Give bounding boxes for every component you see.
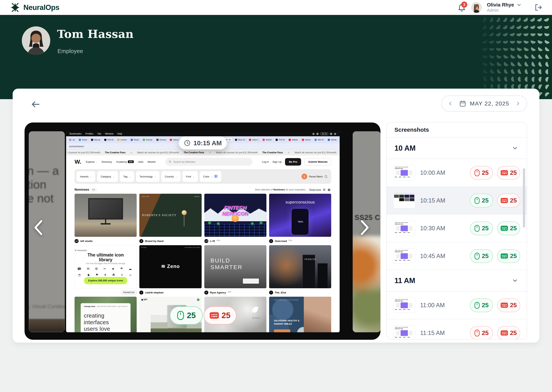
screenshot-time: 11:15 AM: [420, 329, 458, 336]
employee-avatar: [22, 26, 50, 55]
notifications-button[interactable]: 3: [457, 3, 466, 12]
activity-badges: 2525: [470, 326, 520, 340]
current-screenshot: BookmarksProfilesTabWindowHelp 45:00 ral…: [66, 131, 340, 332]
bookmark-item: Adobe: [288, 138, 299, 141]
screenshot-row[interactable]: nage, pay and reconcilebusiness bills50%…: [387, 159, 527, 187]
promo-text: ☺: [209, 151, 211, 154]
leaf-shape: [483, 17, 487, 23]
leaf-shape: [518, 77, 521, 82]
leaf-shape: [544, 91, 549, 97]
bookmark-favicon: [328, 139, 330, 141]
brand-name: NeuralOps: [23, 3, 59, 12]
activity-badges: 2525: [470, 194, 520, 208]
leaf-shape: [482, 62, 488, 67]
leaf-shape: [544, 26, 550, 29]
leaf-shape: [482, 40, 488, 44]
site-nav: W. Explore⌄DirectoryAcademyNewJobsMarket…: [66, 155, 340, 168]
bookmark-label: Best 10: [238, 139, 245, 141]
leaf-shape: [516, 33, 522, 37]
carousel-next-button[interactable]: [360, 220, 369, 235]
leaf-shape: [489, 69, 494, 75]
screenshot-row[interactable]: nage, pay and reconcilebusiness bills50%…: [387, 319, 527, 340]
site-login: Log in: [262, 161, 269, 163]
hour-section-label: 10 AM: [394, 144, 416, 152]
caption-avatar: B: [139, 239, 143, 243]
user-role: Admin: [487, 8, 522, 13]
leaf-shape: [523, 41, 529, 44]
thumb-stats: 50%↑30%↑28%↑70%: [395, 337, 414, 338]
leaf-shape: [530, 47, 536, 52]
back-button[interactable]: [30, 99, 41, 110]
thumb-text: business bills: [395, 168, 414, 169]
bookmark-favicon: [91, 139, 93, 141]
screenshot-thumbnail: nage, pay and reconcilebusiness bills50%…: [393, 221, 415, 236]
gallery-card-brand-by-hand: CANTINA MENU ROBERTA'S SOCIETY: [139, 194, 202, 237]
prev-line: tion: [29, 178, 59, 191]
leaf-shape: [482, 55, 488, 59]
leaf-shape: [497, 84, 500, 89]
date-next-button[interactable]: [515, 101, 521, 106]
screenshot-thumbnail: nage, pay and reconcilebusiness bills50%…: [393, 165, 415, 181]
filter-label: Font: [186, 175, 191, 178]
date-prev-button[interactable]: [447, 101, 453, 106]
gallery-card-left-studio: [74, 194, 137, 237]
leaf-shape: [503, 76, 508, 82]
panel-scrollbar[interactable]: [523, 168, 525, 228]
screenshot-row[interactable]: 10:15 AM2525: [387, 187, 527, 215]
date-picker[interactable]: MAY 22, 2025: [441, 96, 527, 112]
filter-label: Awards: [80, 175, 88, 178]
site-filter-country: Country⌄: [161, 171, 181, 182]
caret-icon: ⌄: [211, 175, 213, 178]
screenshot-row[interactable]: nage, pay and reconcilebusiness bills50%…: [387, 215, 527, 242]
screenshot-row[interactable]: nage, pay and reconcilebusiness bills50%…: [387, 292, 527, 319]
user-menu[interactable]: Olivia Rhye Admin: [487, 2, 522, 13]
leaf-shape: [510, 62, 515, 67]
leaf-shape: [544, 33, 550, 36]
leaf-shape: [530, 54, 536, 60]
gallery-caption: PROMOTED: [74, 291, 137, 294]
screenshot-row[interactable]: nage, pay and reconcilebusiness bills50%…: [387, 242, 527, 270]
bookmark-item: Best 10: [234, 138, 247, 141]
thumb-fintech: nage, pay and reconcilebusiness bills50%…: [393, 249, 415, 264]
leaf-shape: [503, 48, 508, 51]
screenshot-time: 10:15 AM: [420, 197, 458, 204]
hour-section-header[interactable]: 11 AM: [387, 270, 527, 292]
site-logo: W.: [74, 159, 81, 165]
bookmark-label: Neural: [94, 139, 100, 141]
leaf-shape: [516, 54, 522, 60]
user-avatar[interactable]: [471, 2, 482, 13]
carousel-prev-button[interactable]: [34, 220, 43, 235]
bookmark-item: ral: [68, 138, 76, 141]
gallery-caption: L+RL+RPRO: [204, 239, 266, 243]
keyboard-count-badge: 25: [497, 221, 520, 235]
site-nav-item: Explore⌄: [86, 161, 97, 163]
site-search: Search by Websites: [165, 158, 252, 166]
caption-avatar: O: [269, 239, 273, 243]
pro-tag: PRO: [217, 239, 220, 241]
thumb-fintech: nage, pay and reconcilebusiness bills50%…: [393, 326, 415, 340]
bookmark-label: MUI fo: [318, 139, 324, 141]
leaf-shape: [489, 76, 494, 82]
caption-label: The_Else: [275, 291, 286, 294]
gallery-captions-row2: PROMOTEDccedrik-stephenRRyze AgencyPROtT…: [66, 288, 340, 297]
logout-button[interactable]: [534, 3, 542, 12]
promoted-chip: PROMOTED: [121, 291, 137, 294]
nominees-count: 48K: [91, 188, 96, 191]
hour-section-header[interactable]: 10 AM: [387, 138, 527, 159]
promo-text: l courses for just €11.50/month: [68, 151, 100, 154]
leaf-pattern: [481, 15, 551, 99]
leaf-shape: [482, 48, 488, 51]
menubar-status-icons: 45:00: [312, 133, 336, 135]
leaf-shape: [537, 54, 542, 60]
thumb-blocks: [395, 225, 414, 231]
promo-text: Watch all courses for just €11.50/month: [295, 151, 336, 154]
leaf-shape: [530, 18, 536, 23]
bookmark-label: Inbox (: [252, 139, 258, 141]
leaf-shape: [523, 25, 529, 30]
user-name: Olivia Rhye: [487, 2, 514, 8]
bookmark-item: Exemp: [142, 138, 154, 141]
screenshots-panel-header: Screenshots: [387, 122, 527, 138]
site-signup: Sign Up: [272, 161, 282, 163]
detail-card: MAY 22, 2025 n — atione not y, Visual Cu…: [13, 89, 539, 343]
thumb-text: nage, pay and reconcile: [395, 299, 414, 300]
